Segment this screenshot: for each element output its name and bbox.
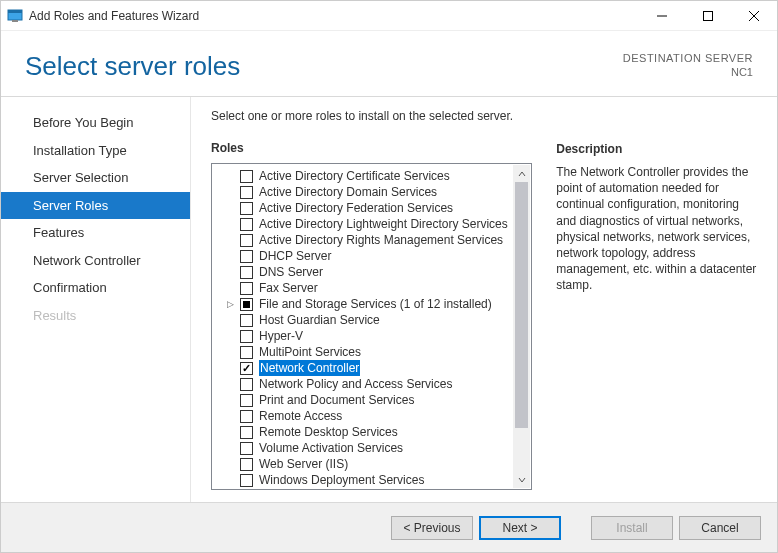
scroll-down-button[interactable] [513,471,530,488]
role-checkbox[interactable] [240,362,253,375]
role-checkbox[interactable] [240,394,253,407]
scroll-thumb[interactable] [515,182,528,428]
role-item[interactable]: DHCP Server [226,248,511,264]
roles-list[interactable]: Active Directory Certificate ServicesAct… [214,166,513,487]
cancel-button[interactable]: Cancel [679,516,761,540]
roles-scrollbar[interactable] [513,165,530,488]
role-item[interactable]: Network Controller [226,360,511,376]
wizard-step: Results [1,302,190,330]
role-checkbox[interactable] [240,170,253,183]
role-label[interactable]: Active Directory Domain Services [259,184,437,200]
roles-heading: Roles [211,141,532,155]
role-item[interactable]: Hyper-V [226,328,511,344]
role-checkbox[interactable] [240,346,253,359]
role-checkbox[interactable] [240,442,253,455]
title-text: Add Roles and Features Wizard [29,9,199,23]
close-button[interactable] [731,1,777,31]
role-label[interactable]: Remote Access [259,408,342,424]
role-checkbox[interactable] [240,298,253,311]
role-label[interactable]: Remote Desktop Services [259,424,398,440]
role-label[interactable]: File and Storage Services (1 of 12 insta… [259,296,492,312]
role-item[interactable]: Active Directory Rights Management Servi… [226,232,511,248]
description-text: The Network Controller provides the poin… [556,164,757,294]
wizard-step[interactable]: Installation Type [1,137,190,165]
role-label[interactable]: Network Controller [259,360,360,376]
role-label[interactable]: Network Policy and Access Services [259,376,452,392]
role-item[interactable]: Remote Desktop Services [226,424,511,440]
svg-rect-2 [12,20,18,22]
role-item[interactable]: Host Guardian Service [226,312,511,328]
svg-rect-1 [8,10,22,13]
role-checkbox[interactable] [240,474,253,487]
role-item[interactable]: Fax Server [226,280,511,296]
role-checkbox[interactable] [240,234,253,247]
role-label[interactable]: Active Directory Certificate Services [259,168,450,184]
role-checkbox[interactable] [240,282,253,295]
description-column: Description The Network Controller provi… [556,109,757,490]
role-checkbox[interactable] [240,250,253,263]
page-header: Select server roles DESTINATION SERVER N… [1,31,777,97]
destination-block: DESTINATION SERVER NC1 [623,51,753,80]
body: Before You BeginInstallation TypeServer … [1,97,777,502]
role-label[interactable]: Hyper-V [259,328,303,344]
role-item[interactable]: Print and Document Services [226,392,511,408]
role-checkbox[interactable] [240,218,253,231]
role-item[interactable]: Web Server (IIS) [226,456,511,472]
wizard-step[interactable]: Before You Begin [1,109,190,137]
role-label[interactable]: Fax Server [259,280,318,296]
role-label[interactable]: Web Server (IIS) [259,456,348,472]
role-item[interactable]: ▷File and Storage Services (1 of 12 inst… [226,296,511,312]
role-checkbox[interactable] [240,410,253,423]
role-label[interactable]: DHCP Server [259,248,331,264]
role-label[interactable]: DNS Server [259,264,323,280]
wizard-footer: < Previous Next > Install Cancel [1,502,777,552]
role-label[interactable]: Host Guardian Service [259,312,380,328]
role-checkbox[interactable] [240,314,253,327]
next-button[interactable]: Next > [479,516,561,540]
main-content: Select one or more roles to install on t… [191,97,777,502]
wizard-step[interactable]: Network Controller [1,247,190,275]
page-title: Select server roles [25,51,240,82]
role-checkbox[interactable] [240,458,253,471]
role-item[interactable]: Active Directory Domain Services [226,184,511,200]
role-item[interactable]: Active Directory Lightweight Directory S… [226,216,511,232]
role-item[interactable]: DNS Server [226,264,511,280]
maximize-button[interactable] [685,1,731,31]
destination-label: DESTINATION SERVER [623,51,753,65]
scroll-track[interactable] [513,182,530,471]
title-bar: Add Roles and Features Wizard [1,1,777,31]
scroll-up-button[interactable] [513,165,530,182]
role-checkbox[interactable] [240,202,253,215]
instruction-text: Select one or more roles to install on t… [211,109,532,123]
role-item[interactable]: MultiPoint Services [226,344,511,360]
app-icon [7,8,23,24]
wizard-window: Add Roles and Features Wizard Select ser… [0,0,778,553]
minimize-button[interactable] [639,1,685,31]
svg-rect-4 [704,11,713,20]
role-item[interactable]: Remote Access [226,408,511,424]
role-item[interactable]: Windows Deployment Services [226,472,511,487]
install-button[interactable]: Install [591,516,673,540]
wizard-step[interactable]: Server Selection [1,164,190,192]
role-label[interactable]: Windows Deployment Services [259,472,424,487]
role-item[interactable]: Volume Activation Services [226,440,511,456]
wizard-step[interactable]: Server Roles [1,192,190,220]
role-item[interactable]: Active Directory Federation Services [226,200,511,216]
role-label[interactable]: Active Directory Federation Services [259,200,453,216]
role-item[interactable]: Network Policy and Access Services [226,376,511,392]
role-label[interactable]: Active Directory Rights Management Servi… [259,232,503,248]
role-label[interactable]: Print and Document Services [259,392,414,408]
role-checkbox[interactable] [240,426,253,439]
role-item[interactable]: Active Directory Certificate Services [226,168,511,184]
role-checkbox[interactable] [240,186,253,199]
role-checkbox[interactable] [240,330,253,343]
role-label[interactable]: Active Directory Lightweight Directory S… [259,216,508,232]
wizard-step[interactable]: Features [1,219,190,247]
role-label[interactable]: Volume Activation Services [259,440,403,456]
wizard-step[interactable]: Confirmation [1,274,190,302]
role-checkbox[interactable] [240,266,253,279]
role-checkbox[interactable] [240,378,253,391]
role-label[interactable]: MultiPoint Services [259,344,361,360]
expand-icon[interactable]: ▷ [226,296,234,312]
previous-button[interactable]: < Previous [391,516,473,540]
